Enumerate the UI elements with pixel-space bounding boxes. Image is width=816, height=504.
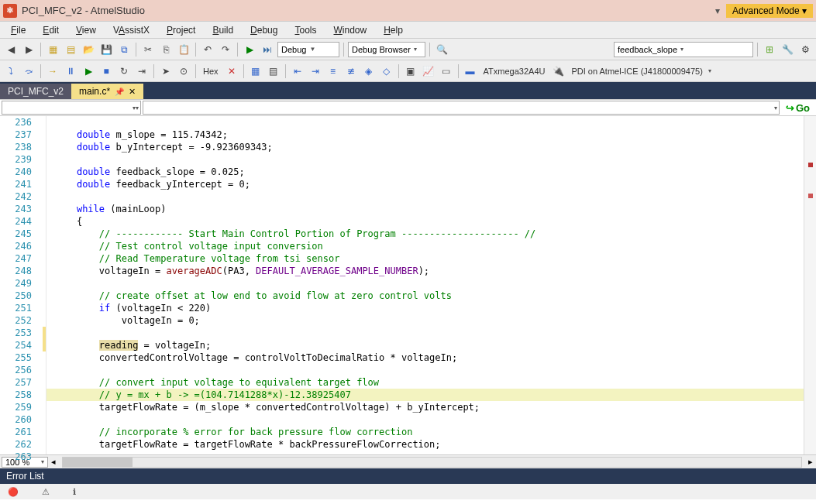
nav-fwd-button[interactable]: ▶ [21,42,36,57]
go-button[interactable]: ↪Go [781,102,814,114]
comment-button[interactable]: ≡ [325,63,341,79]
pin-icon[interactable]: 📌 [115,87,124,96]
scope-combo[interactable]: ▾▾ [2,101,141,115]
save-button[interactable]: 💾 [98,42,114,57]
code-line[interactable]: double m_slope = 115.74342; [46,129,804,141]
cursor-button[interactable]: ➤ [158,63,174,79]
code-area[interactable]: double m_slope = 115.74342; double b_yIn… [46,116,804,454]
code-line[interactable]: voltageIn = averageADC(PA3, DEFAULT_AVER… [46,265,804,277]
code-line[interactable] [46,116,804,129]
code-line[interactable]: // Test control voltage input conversion [46,240,804,252]
code-line[interactable] [46,451,804,454]
indent-right-button[interactable]: ⇥ [308,63,323,79]
new-file-button[interactable]: ▤ [63,42,78,57]
errors-filter[interactable]: 🔴 [8,487,19,497]
code-line[interactable]: // Read Temperature voltage from tsi sen… [46,252,804,265]
advanced-mode-button[interactable]: Advanced Mode ▾ [726,4,813,18]
config-combo[interactable]: Debug▼ [277,42,339,57]
device-icon[interactable]: ▬ [463,63,478,79]
menu-edit[interactable]: Edit [35,23,67,37]
code-line[interactable]: double feedback_yIntercept = 0; [46,178,804,190]
restart-button[interactable]: ↻ [116,63,132,79]
code-line[interactable] [46,364,804,376]
code-line[interactable]: // convert input voltage to equivalent t… [46,376,804,389]
code-line[interactable]: reading = voltageIn; [46,339,804,351]
output-button[interactable]: ▭ [439,63,454,79]
tool-icon[interactable]: 🔌 [550,63,566,79]
menu-window[interactable]: Window [325,23,374,37]
uncomment-button[interactable]: ≢ [343,63,359,79]
step-over-button[interactable]: ⤼ [21,63,36,79]
code-line[interactable]: // incorporate % error for back pressure… [46,426,804,438]
save-all-button[interactable]: ⧉ [116,42,132,57]
code-line[interactable]: targetFlowRate = targetFlowRate * backPr… [46,438,804,451]
menu-file[interactable]: File [3,23,33,37]
undo-button[interactable]: ↶ [200,42,215,57]
bookmark-button[interactable]: ◈ [361,63,377,79]
cut-button[interactable]: ✂ [140,42,156,57]
code-line[interactable] [46,277,804,290]
device-label[interactable]: ATxmega32A4U [480,67,549,76]
bookmark2-button[interactable]: ◇ [379,63,394,79]
code-line[interactable]: while (mainLoop) [46,203,804,215]
menu-tools[interactable]: Tools [287,23,324,37]
indent-left-button[interactable]: ⇤ [290,63,305,79]
start-button[interactable]: ▶ [81,63,96,79]
overview-ruler[interactable] [804,116,816,454]
menu-help[interactable]: Help [376,23,411,37]
marker-icon[interactable] [808,194,813,198]
code-line[interactable]: if (voltageIn < 220) [46,302,804,314]
locals-button[interactable]: ▤ [266,63,281,79]
code-line[interactable]: // ------------ Start Main Control Porti… [46,228,804,240]
new-project-button[interactable]: ▦ [45,42,60,57]
tool-label[interactable]: PDI on Atmel-ICE (J41800009475) [568,67,705,76]
graph-button[interactable]: 📈 [421,63,436,79]
tab-file[interactable]: main.c* 📌 ✕ [71,84,143,99]
quick-find-combo[interactable]: feedback_slope▾ [614,42,753,57]
code-line[interactable]: double b_yIntercept = -9.923609343; [46,141,804,153]
breakpoint-button[interactable]: ⊙ [176,63,191,79]
menu-view[interactable]: View [68,23,104,37]
code-line[interactable]: targetFlowRate = (m_slope * convertedCon… [46,401,804,413]
find-in-files-button[interactable]: 🔍 [434,42,449,57]
quick-launch-icon[interactable]: ▾ [715,5,720,16]
error-list-panel-header[interactable]: Error List [0,468,816,484]
toolbox-button[interactable]: ⊞ [762,42,777,57]
warnings-filter[interactable]: ⚠ [42,487,50,497]
tool-dropdown[interactable]: ▾ [708,67,711,74]
watch-button[interactable]: ▦ [248,63,263,79]
code-line[interactable] [46,327,804,339]
start-debug-button[interactable]: ▶ [242,42,257,57]
member-combo[interactable]: ▾ [143,101,780,115]
code-line[interactable] [46,153,804,166]
redo-button[interactable]: ↷ [218,42,233,57]
close-tab-button[interactable]: ✕ [129,87,136,97]
tab-project[interactable]: PCI_MFC_v2 [0,84,71,99]
stop-button[interactable]: ■ [98,63,114,79]
window-button[interactable]: ▣ [403,63,418,79]
code-line[interactable]: // create offset at low end to avoid flo… [46,290,804,302]
browser-combo[interactable]: Debug Browser▾ [348,42,425,57]
menu-debug[interactable]: Debug [243,23,285,37]
nav-back-button[interactable]: ◀ [3,42,19,57]
messages-filter[interactable]: ℹ [73,487,76,497]
scroll-left-button[interactable]: ◂ [48,457,59,467]
properties-button[interactable]: 🔧 [780,42,795,57]
scroll-right-button[interactable]: ▸ [805,457,816,467]
paste-button[interactable]: 📋 [176,42,191,57]
settings-button[interactable]: ⚙ [797,42,813,57]
memory-button[interactable]: ✕ [224,63,239,79]
pause-button[interactable]: ⏸ [63,63,78,79]
menu-vassistx[interactable]: VAssistX [105,23,157,37]
menu-build[interactable]: Build [205,23,241,37]
hex-toggle[interactable]: Hex [200,67,222,76]
code-line[interactable]: convertedControlVoltage = controlVoltToD… [46,351,804,364]
code-line[interactable] [46,190,804,203]
horizontal-scrollbar[interactable] [62,457,802,468]
open-button[interactable]: 📂 [81,42,96,57]
marker-icon[interactable] [808,163,813,167]
continue-button[interactable]: → [45,63,60,79]
code-line[interactable]: double feedback_slope = 0.025; [46,166,804,178]
code-line[interactable] [46,413,804,426]
code-line[interactable]: { [46,215,804,228]
